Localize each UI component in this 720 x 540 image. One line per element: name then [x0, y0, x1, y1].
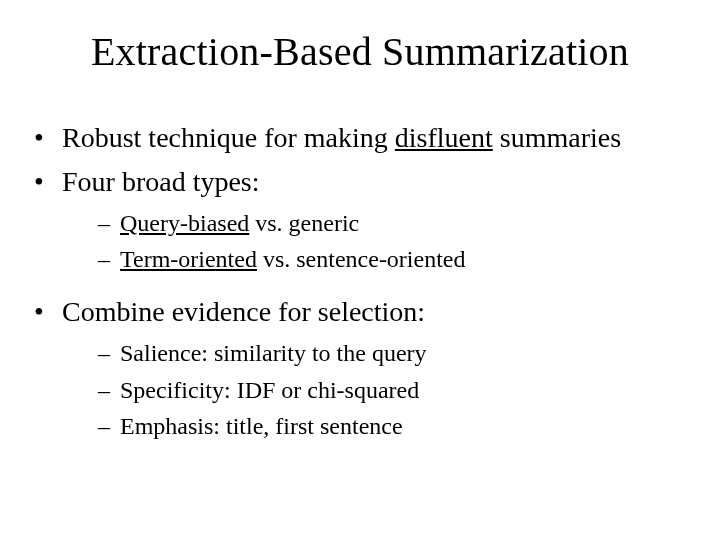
bullet-item: Robust technique for making disfluent su…: [34, 119, 700, 157]
bullet-text: vs. sentence-oriented: [257, 246, 466, 272]
bullet-text: Combine evidence for selection:: [62, 296, 425, 327]
sub-bullet-item: Salience: similarity to the query: [98, 337, 700, 369]
sub-bullet-item: Emphasis: title, first sentence: [98, 410, 700, 442]
bullet-list: Robust technique for making disfluent su…: [20, 119, 700, 442]
bullet-item: Four broad types: Query-biased vs. gener…: [34, 163, 700, 276]
sub-bullet-list: Salience: similarity to the query Specif…: [62, 337, 700, 442]
bullet-item: Combine evidence for selection: Salience…: [34, 293, 700, 442]
bullet-text: summaries: [493, 122, 621, 153]
sub-bullet-list: Query-biased vs. generic Term-oriented v…: [62, 207, 700, 276]
sub-bullet-item: Term-oriented vs. sentence-oriented: [98, 243, 700, 275]
slide-title: Extraction-Based Summarization: [20, 28, 700, 75]
underlined-term: Query-biased: [120, 210, 249, 236]
bullet-text: Salience: similarity to the query: [120, 340, 427, 366]
bullet-text: Robust technique for making: [62, 122, 395, 153]
bullet-text: Four broad types:: [62, 166, 260, 197]
slide: Extraction-Based Summarization Robust te…: [0, 0, 720, 540]
bullet-text: vs. generic: [249, 210, 359, 236]
underlined-term: disfluent: [395, 122, 493, 153]
sub-bullet-item: Query-biased vs. generic: [98, 207, 700, 239]
bullet-text: Specificity: IDF or chi-squared: [120, 377, 419, 403]
sub-bullet-item: Specificity: IDF or chi-squared: [98, 374, 700, 406]
underlined-term: Term-oriented: [120, 246, 257, 272]
bullet-text: Emphasis: title, first sentence: [120, 413, 403, 439]
